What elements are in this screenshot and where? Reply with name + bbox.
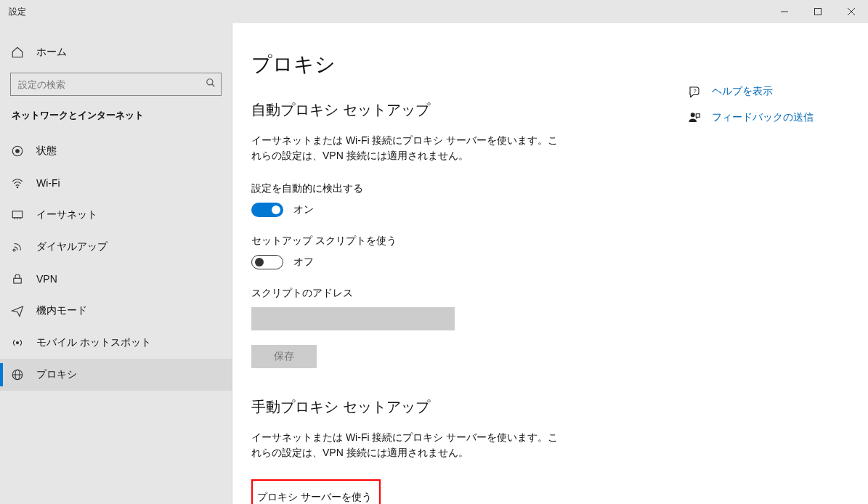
auto-section-desc: イーサネットまたは Wi-Fi 接続にプロキシ サーバーを使います。これらの設定… (251, 133, 564, 163)
search-input[interactable] (10, 73, 222, 96)
help-icon: ? (687, 84, 702, 99)
sidebar-item-vpn[interactable]: VPN (0, 263, 232, 295)
window-title: 設定 (9, 6, 26, 18)
sidebar-item-wifi[interactable]: Wi-Fi (0, 167, 232, 199)
detect-label: 設定を自動的に検出する (251, 182, 658, 195)
detect-toggle[interactable] (251, 203, 283, 217)
search-box[interactable] (10, 73, 222, 96)
svg-rect-9 (12, 211, 23, 218)
save-button[interactable]: 保存 (251, 345, 317, 368)
category-title: ネットワークとインターネット (0, 109, 232, 135)
sidebar-item-label: プロキシ (36, 368, 77, 381)
home-link[interactable]: ホーム (0, 39, 232, 65)
titlebar: 設定 (0, 0, 868, 23)
sidebar-item-hotspot[interactable]: モバイル ホットスポット (0, 327, 232, 359)
hotspot-icon (10, 336, 25, 350)
dialup-icon (10, 240, 25, 254)
use-proxy-label: プロキシ サーバーを使う (257, 491, 372, 504)
search-icon (206, 78, 216, 91)
home-icon (10, 45, 25, 60)
svg-point-20 (691, 113, 695, 117)
sidebar-item-label: ダイヤルアップ (36, 240, 108, 253)
svg-point-8 (17, 187, 18, 188)
status-icon (10, 144, 25, 158)
nav-list: 状態 Wi-Fi イーサネット ダイヤルアップ VPN 機内モード (0, 135, 232, 391)
sidebar: ホーム ネットワークとインターネット 状態 Wi-Fi イーサネット (0, 23, 232, 504)
svg-rect-14 (14, 278, 22, 283)
sidebar-item-airplane[interactable]: 機内モード (0, 295, 232, 327)
sidebar-item-label: VPN (36, 273, 57, 285)
help-link-label: ヘルプを表示 (712, 85, 773, 98)
svg-rect-1 (815, 9, 822, 15)
script-address-input[interactable] (251, 307, 455, 330)
script-address-label: スクリプトのアドレス (251, 287, 658, 300)
maximize-button[interactable] (801, 0, 835, 23)
sidebar-item-label: 状態 (36, 145, 57, 158)
detect-toggle-state: オン (293, 203, 314, 216)
home-label: ホーム (36, 46, 67, 59)
auto-section-heading: 自動プロキシ セットアップ (251, 100, 658, 120)
sidebar-item-ethernet[interactable]: イーサネット (0, 199, 232, 231)
main-content: プロキシ 自動プロキシ セットアップ イーサネットまたは Wi-Fi 接続にプロ… (232, 23, 868, 504)
ethernet-icon (10, 208, 25, 222)
feedback-link[interactable]: フィードバックの送信 (687, 110, 861, 125)
script-toggle-state: オフ (293, 256, 314, 269)
svg-point-7 (16, 150, 20, 153)
svg-line-5 (212, 84, 215, 87)
svg-point-13 (13, 249, 15, 251)
feedback-link-label: フィードバックの送信 (712, 111, 814, 124)
manual-section-heading: 手動プロキシ セットアップ (251, 397, 658, 417)
svg-text:?: ? (694, 88, 697, 94)
feedback-icon (687, 110, 702, 125)
sidebar-item-label: モバイル ホットスポット (36, 336, 151, 349)
help-link[interactable]: ? ヘルプを表示 (687, 84, 861, 99)
page-title: プロキシ (251, 51, 658, 78)
sidebar-item-status[interactable]: 状態 (0, 135, 232, 167)
script-label: セットアップ スクリプトを使う (251, 235, 658, 248)
close-button[interactable] (835, 0, 868, 23)
vpn-icon (10, 272, 25, 286)
manual-section-desc: イーサネットまたは Wi-Fi 接続にプロキシ サーバーを使います。これらの設定… (251, 430, 564, 460)
minimize-button[interactable] (768, 0, 801, 23)
proxy-icon (10, 367, 25, 382)
svg-point-4 (207, 79, 213, 85)
script-toggle[interactable] (251, 255, 283, 269)
sidebar-item-label: 機内モード (36, 304, 87, 317)
svg-point-15 (17, 342, 19, 344)
sidebar-item-dialup[interactable]: ダイヤルアップ (0, 231, 232, 263)
sidebar-item-label: Wi-Fi (36, 177, 60, 189)
sidebar-item-label: イーサネット (36, 208, 97, 221)
window-controls (768, 0, 868, 23)
airplane-icon (10, 304, 25, 318)
help-column: ? ヘルプを表示 フィードバックの送信 (687, 51, 861, 504)
highlight-box: プロキシ サーバーを使う オフ (251, 479, 381, 504)
sidebar-item-proxy[interactable]: プロキシ (0, 359, 232, 391)
wifi-icon (10, 176, 25, 190)
